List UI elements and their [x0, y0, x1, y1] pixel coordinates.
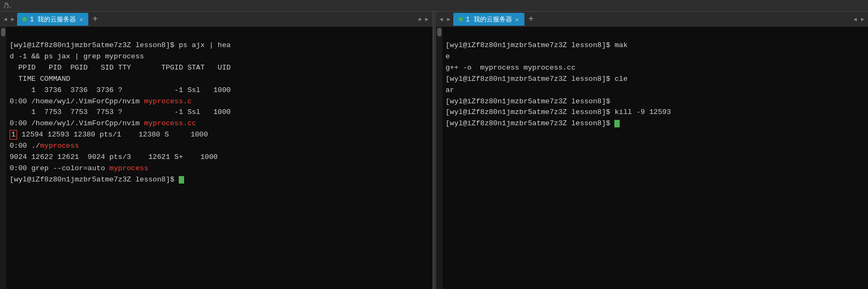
- right-tab-label: 1 我的云服务器: [466, 15, 512, 24]
- right-nav-next[interactable]: ▶: [859, 15, 866, 24]
- left-pane: ◀ ▶ 1 我的云服务器 ✕ + ◀ ▶ [wyl@iZf8z80n1jmzbr…: [0, 12, 434, 289]
- right-line-4: [wyl@iZf8z80n1jmzbr5atme7z3Z lesson8]$ c…: [446, 75, 628, 83]
- left-line-10: 0:00 ./myprocess: [10, 142, 79, 150]
- left-terminal-text: [wyl@iZf8z80n1jmzbr5atme7z3Z lesson8]$ p…: [6, 27, 432, 289]
- right-scroll-left-arrow[interactable]: ◀: [438, 15, 445, 24]
- top-app-bar: 乃。: [0, 0, 868, 12]
- left-scroll-right-arrow[interactable]: ▶: [10, 15, 16, 24]
- right-scroll-right-arrow[interactable]: ▶: [446, 15, 452, 24]
- right-line-7: [wyl@iZf8z80n1jmzbr5atme7z3Z lesson8]$ k…: [446, 108, 671, 116]
- panes-area: ◀ ▶ 1 我的云服务器 ✕ + ◀ ▶ [wyl@iZf8z80n1jmzbr…: [0, 12, 868, 289]
- left-scroll-left-arrow[interactable]: ◀: [2, 15, 9, 24]
- left-scroll-thumb[interactable]: [1, 28, 5, 36]
- left-line-7: 1 7753 7753 7753 ? -1 Ssl 1000: [10, 108, 231, 116]
- left-nav-next[interactable]: ▶: [423, 15, 430, 24]
- right-scroll-thumb[interactable]: [437, 28, 441, 36]
- left-terminal-content: [wyl@iZf8z80n1jmzbr5atme7z3Z lesson8]$ p…: [0, 27, 432, 289]
- left-line-6: 0:00 /home/wyl/.VimForCpp/nvim myprocess…: [10, 97, 192, 105]
- left-tab-bar: ◀ ▶ 1 我的云服务器 ✕ + ◀ ▶: [0, 12, 432, 27]
- left-tab[interactable]: 1 我的云服务器 ✕: [17, 13, 88, 26]
- right-line-8: [wyl@iZf8z80n1jmzbr5atme7z3Z lesson8]$: [446, 119, 620, 127]
- left-line-9: 1 12594 12593 12380 pts/1 12380 S 1000: [10, 131, 208, 139]
- left-tab-label: 1 我的云服务器: [30, 15, 76, 24]
- left-line-4: TIME COMMAND: [10, 75, 70, 83]
- right-terminal-content: [wyl@iZf8z80n1jmzbr5atme7z3Z lesson8]$ m…: [436, 27, 869, 289]
- right-pane: ◀ ▶ 1 我的云服务器 ✕ + ◀ ▶ [wyl@iZf8z80n1jmzbr…: [436, 12, 869, 289]
- left-line-11: 9024 12622 12621 9024 pts/3 12621 S+ 100…: [10, 153, 218, 161]
- left-tab-dot: [22, 17, 27, 21]
- left-nav-prev[interactable]: ◀: [416, 15, 422, 24]
- left-line-12: 0:00 grep --color=auto myprocess: [10, 164, 148, 172]
- right-line-2: e: [446, 52, 450, 60]
- right-nav-prev[interactable]: ◀: [852, 15, 858, 24]
- right-tab-dot: [459, 17, 463, 21]
- right-tab-bar: ◀ ▶ 1 我的云服务器 ✕ + ◀ ▶: [436, 12, 869, 27]
- app-label: 乃。: [3, 2, 15, 10]
- left-cursor: [179, 176, 184, 184]
- right-line-6: [wyl@iZf8z80n1jmzbr5atme7z3Z lesson8]$: [446, 97, 611, 105]
- right-tab-add[interactable]: +: [526, 14, 537, 24]
- left-tab-add[interactable]: +: [89, 14, 101, 24]
- right-tab[interactable]: 1 我的云服务器 ✕: [453, 13, 524, 26]
- right-terminal-text: [wyl@iZf8z80n1jmzbr5atme7z3Z lesson8]$ m…: [443, 27, 869, 289]
- left-line-8: 0:00 /home/wyl/.VimForCpp/nvim myprocess…: [10, 119, 196, 127]
- left-line-5: 1 3736 3736 3736 ? -1 Ssl 1000: [10, 86, 231, 94]
- left-line-1: [wyl@iZf8z80n1jmzbr5atme7z3Z lesson8]$ p…: [10, 41, 231, 49]
- left-tab-close[interactable]: ✕: [79, 16, 83, 23]
- right-line-3: g++ -o myprocess myprocess.cc: [446, 64, 576, 72]
- left-line-3: PPID PID PGID SID TTY TPGID STAT UID: [10, 64, 231, 72]
- right-line-5: ar: [446, 86, 454, 94]
- left-line-13: [wyl@iZf8z80n1jmzbr5atme7z3Z lesson8]$: [10, 176, 184, 184]
- left-line-2: d -1 && ps jax | grep myprocess: [10, 52, 144, 60]
- left-scroll-indicator: [0, 27, 6, 289]
- right-line-1: [wyl@iZf8z80n1jmzbr5atme7z3Z lesson8]$ m…: [446, 41, 628, 49]
- right-cursor: [614, 120, 620, 127]
- right-tab-close[interactable]: ✕: [515, 16, 519, 23]
- right-scroll-indicator: [436, 27, 443, 289]
- app-container: 乃。 ◀ ▶ 1 我的云服务器 ✕ + ◀ ▶: [0, 0, 868, 289]
